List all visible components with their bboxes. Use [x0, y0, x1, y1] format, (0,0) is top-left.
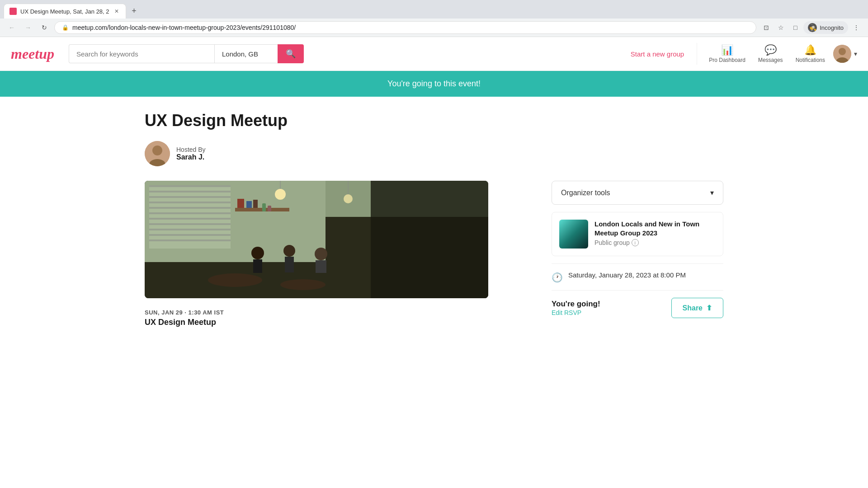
event-datetime-row: 🕐 Saturday, January 28, 2023 at 8:00 PM [552, 263, 723, 290]
cafe-scene [145, 181, 488, 298]
svg-rect-17 [149, 223, 231, 225]
search-button[interactable]: 🔍 [278, 44, 304, 63]
going-label: You're going! [552, 300, 600, 309]
browser-nav: ← → ↻ 🔒 meetup.com/london-locals-new-in-… [0, 19, 868, 37]
svg-point-26 [344, 194, 353, 203]
notifications-label: Notifications [796, 57, 825, 63]
lock-icon: 🔒 [62, 24, 69, 31]
messages-icon: 💬 [764, 44, 777, 56]
svg-rect-14 [149, 207, 231, 209]
tab-title: UX Design Meetup, Sat, Jan 28, 2 [20, 8, 109, 15]
tab-favicon [9, 8, 17, 15]
active-tab[interactable]: UX Design Meetup, Sat, Jan 28, 2 ✕ [4, 4, 126, 19]
header-divider [697, 43, 697, 65]
event-title: UX Design Meetup [145, 111, 723, 130]
share-label: Share [683, 304, 703, 312]
info-icon[interactable]: i [632, 239, 639, 246]
nav-actions: ⊡ ☆ □ 🕵 Incognito ⋮ [760, 21, 863, 34]
svg-rect-11 [149, 191, 231, 192]
pro-dashboard-icon: 📊 [721, 44, 733, 56]
svg-point-22 [208, 273, 262, 287]
url-text: meetup.com/london-locals-new-in-town-mee… [72, 24, 749, 31]
svg-point-24 [275, 189, 286, 200]
search-area: 🔍 [69, 44, 304, 63]
new-tab-button[interactable]: + [128, 5, 141, 18]
svg-rect-20 [149, 239, 231, 241]
svg-rect-35 [285, 257, 294, 272]
messages-label: Messages [758, 57, 783, 63]
user-menu-chevron-icon: ▾ [854, 50, 857, 57]
group-thumbnail [559, 220, 588, 249]
pro-dashboard-nav[interactable]: 📊 Pro Dashboard [704, 42, 750, 65]
header-right: Start a new group 📊 Pro Dashboard 💬 Mess… [625, 42, 857, 65]
svg-rect-15 [149, 212, 231, 214]
search-icon: 🔍 [286, 49, 296, 58]
left-column: SUN, JAN 29 · 1:30 AM IST UX Design Meet… [145, 181, 533, 327]
svg-rect-37 [316, 260, 326, 273]
tab-bar: UX Design Meetup, Sat, Jan 28, 2 ✕ + [0, 0, 868, 19]
clock-icon: 🕐 [552, 272, 563, 283]
main-layout: SUN, JAN 29 · 1:30 AM IST UX Design Meet… [145, 181, 723, 327]
messages-nav[interactable]: 💬 Messages [754, 42, 788, 65]
user-menu-button[interactable]: ▾ [833, 45, 857, 63]
event-image [145, 181, 488, 298]
svg-point-32 [251, 247, 264, 259]
svg-rect-16 [149, 218, 231, 220]
svg-rect-13 [149, 202, 231, 203]
search-keywords-input[interactable] [69, 44, 214, 63]
bookmark-button[interactable]: ☆ [774, 21, 787, 34]
svg-point-34 [283, 245, 295, 257]
page-content: UX Design Meetup Hosted By Sarah J. [118, 97, 750, 342]
svg-rect-18 [149, 229, 231, 230]
user-avatar [833, 45, 851, 63]
more-button[interactable]: ⋮ [850, 21, 863, 34]
group-name: London Locals and New in Town Meetup Gro… [594, 220, 716, 237]
hosted-by-label: Hosted By [176, 146, 206, 153]
svg-rect-10 [149, 185, 231, 187]
group-info: London Locals and New in Town Meetup Gro… [594, 220, 716, 246]
edit-rsvp-link[interactable]: Edit RSVP [552, 309, 581, 316]
svg-rect-9 [149, 185, 231, 249]
host-name: Sarah J. [176, 153, 206, 161]
share-button[interactable]: Share ⬆ [671, 298, 723, 318]
event-banner: You're going to this event! [0, 71, 868, 97]
group-thumb-inner [559, 220, 588, 249]
event-datetime-text: Saturday, January 28, 2023 at 8:00 PM [568, 271, 686, 279]
back-button[interactable]: ← [5, 21, 18, 34]
meetup-logo[interactable]: meetup [11, 46, 54, 62]
notifications-icon: 🔔 [804, 44, 816, 56]
svg-rect-38 [262, 203, 266, 211]
organizer-tools-chevron-icon: ▾ [710, 188, 714, 197]
event-name-row: UX Design Meetup [145, 318, 533, 327]
pro-dashboard-label: Pro Dashboard [709, 57, 745, 63]
svg-rect-29 [237, 199, 244, 208]
organizer-tools-button[interactable]: Organizer tools ▾ [552, 181, 723, 205]
forward-button[interactable]: → [22, 21, 34, 34]
group-card[interactable]: London Locals and New in Town Meetup Gro… [552, 212, 723, 256]
incognito-icon: 🕵 [808, 23, 817, 32]
site-header: meetup 🔍 Start a new group 📊 Pro Dashboa… [0, 37, 868, 71]
event-date-row: SUN, JAN 29 · 1:30 AM IST [145, 309, 533, 316]
organizer-tools-label: Organizer tools [561, 189, 610, 197]
refresh-button[interactable]: ↻ [38, 21, 51, 34]
share-icon: ⬆ [706, 304, 712, 312]
incognito-button[interactable]: 🕵 Incognito [803, 21, 848, 34]
tab-close-button[interactable]: ✕ [113, 8, 120, 15]
host-section: Hosted By Sarah J. [145, 141, 723, 166]
going-share-row: You're going! Edit RSVP Share ⬆ [552, 290, 723, 325]
notifications-nav[interactable]: 🔔 Notifications [791, 42, 830, 65]
address-bar[interactable]: 🔒 meetup.com/london-locals-new-in-town-m… [54, 21, 756, 34]
extensions-button[interactable]: □ [789, 21, 802, 34]
svg-rect-31 [253, 200, 258, 208]
svg-point-23 [280, 279, 326, 290]
svg-rect-30 [246, 201, 252, 208]
cast-button[interactable]: ⊡ [760, 21, 773, 34]
host-info: Hosted By Sarah J. [176, 146, 206, 161]
banner-text: You're going to this event! [387, 79, 481, 88]
start-new-group-button[interactable]: Start a new group [625, 47, 689, 61]
group-type-label: Public group [594, 239, 630, 246]
incognito-label: Incognito [820, 24, 844, 31]
browser-chrome: UX Design Meetup, Sat, Jan 28, 2 ✕ + ← →… [0, 0, 868, 37]
search-location-input[interactable] [214, 44, 278, 63]
host-avatar [145, 141, 170, 166]
